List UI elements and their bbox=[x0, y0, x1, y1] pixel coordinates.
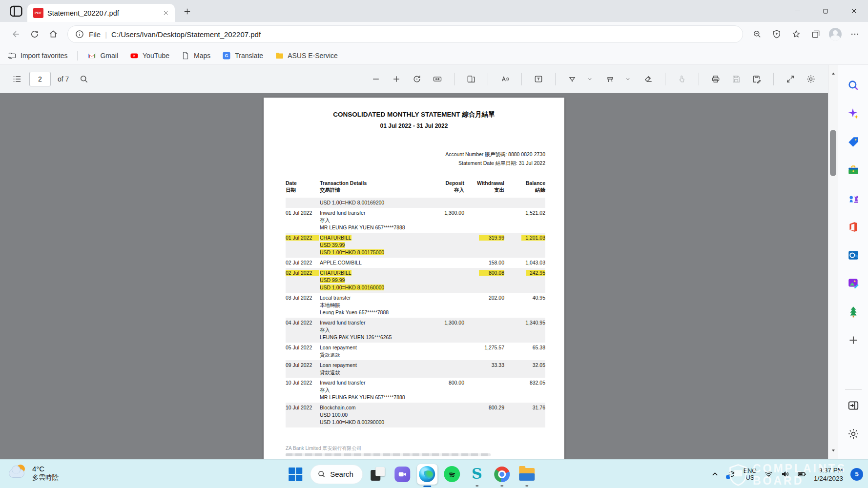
sidebar-outlook-icon[interactable] bbox=[844, 245, 863, 265]
hidden-icons-chevron-icon[interactable] bbox=[710, 469, 720, 479]
transaction-row: 10 Jul 2022Blockchain.comUSD 100.00USD 1… bbox=[286, 403, 545, 427]
transaction-row: 04 Jul 2022Inward fund transfer存入LEUNG P… bbox=[286, 318, 545, 343]
save-as-icon[interactable] bbox=[748, 71, 765, 87]
fit-to-width-icon[interactable] bbox=[429, 71, 446, 87]
pdf-scrollbar[interactable] bbox=[828, 65, 838, 459]
weather-widget[interactable]: 4°C 多雲時陰 bbox=[8, 463, 59, 483]
spotify-taskbar-icon[interactable] bbox=[442, 464, 462, 485]
browser-essentials-icon[interactable] bbox=[768, 26, 785, 42]
sidebar-open-sidebar-icon[interactable] bbox=[844, 396, 863, 415]
tab-actions-menu-icon[interactable] bbox=[8, 3, 24, 20]
sidebar-games-icon[interactable] bbox=[844, 189, 863, 208]
cell-date: 03 Jul 2022 bbox=[286, 294, 320, 316]
cell-date: 02 Jul 2022 bbox=[286, 259, 320, 266]
active-tab[interactable]: PDF Statement_202207.pdf bbox=[27, 4, 175, 22]
cell-date: 09 Jul 2022 bbox=[286, 362, 320, 376]
notification-count-badge[interactable]: 5 bbox=[850, 468, 863, 481]
find-in-document-icon[interactable] bbox=[76, 71, 92, 87]
language-indicator[interactable]: ENGUS bbox=[744, 468, 757, 481]
scrollbar-thumb[interactable] bbox=[830, 130, 836, 176]
sidebar-shopping-icon[interactable] bbox=[844, 132, 863, 152]
clock[interactable]: 9:37 PM 1/24/2023 bbox=[814, 466, 843, 483]
surfshark-taskbar-icon[interactable]: S bbox=[467, 464, 487, 485]
zoom-in-icon[interactable] bbox=[388, 71, 405, 87]
cell-date: 02 Jul 2022 bbox=[286, 269, 320, 291]
cell-balance: 32.05 bbox=[504, 362, 545, 376]
sidebar-copilot-icon[interactable] bbox=[844, 104, 863, 123]
video-app-taskbar-icon[interactable] bbox=[392, 464, 413, 485]
volume-icon[interactable] bbox=[781, 469, 790, 479]
back-button[interactable] bbox=[8, 26, 24, 42]
favorites-star-icon[interactable] bbox=[788, 26, 805, 42]
sidebar-add-icon[interactable] bbox=[844, 330, 863, 350]
browser-menu-icon[interactable] bbox=[847, 26, 863, 42]
favorite-label: ASUS E-Service bbox=[288, 52, 338, 60]
sidebar-tree-icon[interactable] bbox=[844, 302, 863, 322]
edge-taskbar-icon[interactable] bbox=[417, 464, 437, 485]
favorite-import-favorites[interactable]: Import favorites bbox=[8, 51, 67, 60]
cell-details: Inward fund transfer存入LEUNG PAK YUEN 126… bbox=[320, 319, 419, 341]
page-view-icon[interactable] bbox=[463, 71, 479, 87]
cell-withdrawal: 33.33 bbox=[464, 362, 504, 376]
cell-withdrawal: 319.99 bbox=[464, 234, 504, 256]
sidebar-search-icon[interactable] bbox=[844, 76, 863, 95]
chrome-taskbar-icon[interactable] bbox=[492, 464, 512, 485]
draw-icon[interactable] bbox=[564, 71, 580, 87]
scroll-down-icon[interactable] bbox=[828, 446, 838, 455]
table-of-contents-icon[interactable] bbox=[9, 71, 25, 87]
pdf-viewer[interactable]: CONSOLIDATED MONTHLY STATEMENT 綜合月結單 01 … bbox=[0, 93, 828, 459]
desktop-app-taskbar-icon[interactable] bbox=[367, 464, 388, 485]
cell-withdrawal: 202.00 bbox=[464, 294, 504, 316]
taskbar-search[interactable]: Search bbox=[310, 465, 363, 484]
search-label: Search bbox=[330, 470, 353, 478]
favorite-youtube[interactable]: YouTube bbox=[130, 51, 169, 60]
home-button[interactable] bbox=[45, 26, 62, 42]
window-close-button[interactable] bbox=[840, 0, 868, 22]
start-menu-button[interactable] bbox=[285, 464, 306, 485]
add-text-icon[interactable] bbox=[530, 71, 547, 87]
favorite-gmail[interactable]: Gmail bbox=[87, 51, 118, 60]
favorite-translate[interactable]: GTranslate bbox=[222, 51, 263, 60]
print-icon[interactable] bbox=[707, 71, 724, 87]
zoom-out-icon[interactable] bbox=[368, 71, 384, 87]
cell-date: 10 Jul 2022 bbox=[286, 379, 320, 401]
file-explorer-taskbar-icon[interactable] bbox=[517, 464, 537, 485]
sync-status-icon[interactable] bbox=[727, 469, 736, 479]
wifi-icon[interactable] bbox=[764, 469, 773, 479]
tab-close-icon[interactable] bbox=[160, 8, 171, 19]
zoom-indicator-icon[interactable] bbox=[749, 26, 765, 42]
window-maximize-button[interactable] bbox=[811, 0, 840, 22]
refresh-button[interactable] bbox=[26, 26, 43, 42]
pdf-settings-gear-icon[interactable] bbox=[803, 71, 819, 87]
page-info-icon[interactable] bbox=[75, 29, 84, 39]
battery-icon[interactable] bbox=[797, 469, 806, 479]
sidebar-tools-icon[interactable] bbox=[844, 161, 863, 180]
highlight-options-chevron-icon[interactable] bbox=[620, 71, 636, 87]
collections-icon[interactable] bbox=[807, 26, 824, 42]
cell-date: 05 Jul 2022 bbox=[286, 344, 320, 359]
scroll-up-icon[interactable] bbox=[828, 69, 838, 79]
erase-icon[interactable] bbox=[640, 71, 657, 87]
read-aloud-icon[interactable] bbox=[496, 71, 513, 87]
transaction-row: 02 Jul 2022APPLE.COM/BILL158.001,043.03 bbox=[286, 258, 545, 268]
favorite-asus-e-service[interactable]: ASUS E-Service bbox=[275, 51, 338, 60]
highlight-icon[interactable] bbox=[602, 71, 619, 87]
url-text[interactable]: C:/Users/Ivan/Desktop/Statement_202207.p… bbox=[111, 30, 736, 39]
rotate-icon[interactable] bbox=[409, 71, 425, 87]
sidebar-designer-icon[interactable] bbox=[844, 274, 863, 293]
address-bar[interactable]: File | C:/Users/Ivan/Desktop/Statement_2… bbox=[67, 25, 743, 43]
fullscreen-icon[interactable] bbox=[782, 71, 799, 87]
draw-options-chevron-icon[interactable] bbox=[581, 71, 598, 87]
window-minimize-button[interactable] bbox=[783, 0, 811, 22]
page-number-input[interactable] bbox=[29, 72, 51, 86]
sidebar-office-icon[interactable] bbox=[844, 217, 863, 237]
transaction-row: 01 Jul 2022CHATURBILLUSD 39.99USD 1.00=H… bbox=[286, 233, 545, 258]
profile-avatar[interactable] bbox=[827, 26, 844, 42]
cell-deposit bbox=[419, 344, 464, 359]
favorite-maps[interactable]: Maps bbox=[181, 51, 210, 60]
sidebar-settings-icon[interactable] bbox=[844, 424, 863, 444]
table-header: Date日期Transaction Details交易詳情Deposit存入Wi… bbox=[286, 180, 545, 193]
statement-title: CONSOLIDATED MONTHLY STATEMENT 綜合月結單 bbox=[264, 110, 564, 119]
new-tab-button[interactable] bbox=[180, 4, 194, 19]
pdf-file-icon: PDF bbox=[33, 8, 43, 18]
